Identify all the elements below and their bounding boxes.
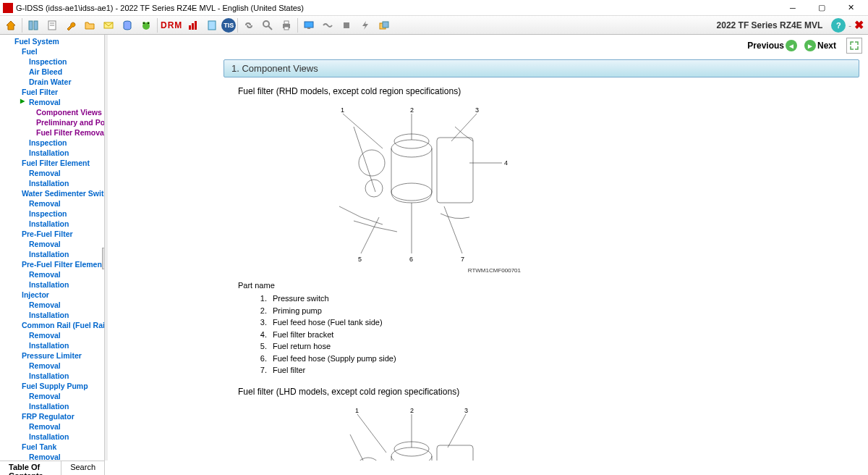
- tree-item[interactable]: Fuel Filter: [0, 87, 104, 97]
- svg-rect-20: [284, 27, 289, 30]
- tree-item[interactable]: Installation: [0, 178, 104, 188]
- svg-point-31: [365, 180, 383, 197]
- tree-item[interactable]: Fuel System: [0, 36, 104, 46]
- flash-icon[interactable]: [357, 17, 374, 33]
- svg-rect-14: [195, 21, 197, 30]
- tree-item[interactable]: Removal: [0, 168, 104, 178]
- tree-item[interactable]: Air Bleed: [0, 67, 104, 77]
- arrow-right-icon: ►: [804, 40, 816, 51]
- tree-item[interactable]: Water Sedimenter Switch: [0, 188, 104, 198]
- tree-item[interactable]: Installation: [0, 340, 104, 350]
- folder-icon[interactable]: [81, 17, 98, 33]
- chart-icon[interactable]: [184, 17, 202, 33]
- previous-label: Previous: [747, 41, 784, 51]
- connect-icon[interactable]: [319, 17, 336, 33]
- svg-line-17: [268, 26, 272, 30]
- tree-item[interactable]: Drain Water: [0, 77, 104, 87]
- tree-item[interactable]: Removal: [0, 198, 104, 209]
- note-icon[interactable]: [203, 17, 221, 33]
- tree-item[interactable]: Removal: [0, 239, 104, 249]
- tree-item[interactable]: Removal: [0, 391, 104, 401]
- frog-icon[interactable]: [137, 17, 155, 33]
- previous-button[interactable]: Previous ◄: [744, 38, 800, 54]
- part-item: Fuel filter bracket: [252, 329, 839, 341]
- svg-rect-19: [284, 21, 289, 24]
- svg-text:1: 1: [355, 407, 359, 414]
- tree-item[interactable]: Inspection: [0, 209, 104, 219]
- sidebar: Fuel SystemFuelInspectionAir BleedDrain …: [0, 35, 105, 461]
- svg-rect-13: [192, 23, 194, 30]
- tree-item[interactable]: Installation: [0, 310, 104, 320]
- splitter-handle[interactable]: [102, 248, 105, 269]
- tree-item[interactable]: Installation: [0, 279, 104, 290]
- tree-item[interactable]: Pre-Fuel Filter Element: [0, 259, 104, 269]
- help-icon[interactable]: ?: [831, 18, 846, 33]
- svg-line-36: [361, 217, 379, 253]
- maximize-button[interactable]: ▢: [807, 1, 836, 15]
- tree-item[interactable]: Installation: [0, 371, 104, 381]
- tree-item[interactable]: Inspection: [0, 138, 104, 148]
- svg-point-16: [263, 21, 269, 27]
- svg-text:1: 1: [341, 106, 344, 114]
- window-controls: ─ ▢ ✕: [778, 1, 865, 15]
- tree-item[interactable]: Installation: [0, 249, 104, 259]
- tis-icon[interactable]: TIS: [221, 18, 236, 33]
- svg-rect-29: [437, 138, 473, 203]
- tree-item[interactable]: Installation: [0, 432, 104, 442]
- tree-item[interactable]: Installation: [0, 401, 104, 411]
- nav-back-icon[interactable]: [25, 17, 42, 33]
- link-icon[interactable]: [240, 17, 258, 33]
- tree-item[interactable]: Injector: [0, 290, 104, 300]
- tree-item[interactable]: Removal: [0, 452, 104, 461]
- svg-text:5: 5: [358, 256, 362, 263]
- close-button[interactable]: ✕: [836, 1, 865, 15]
- section-header: 1. Component Views: [224, 59, 859, 77]
- tree-item[interactable]: Removal: [0, 330, 104, 340]
- tree-item[interactable]: Inspection: [0, 56, 104, 67]
- tree-item[interactable]: Fuel Tank: [0, 442, 104, 452]
- tree-item[interactable]: Fuel Supply Pump: [0, 381, 104, 391]
- tree-item[interactable]: Installation: [0, 219, 104, 229]
- tree-item[interactable]: Removal: [0, 421, 104, 432]
- svg-line-51: [357, 414, 386, 453]
- search-icon[interactable]: [259, 17, 276, 33]
- part-item: Fuel return hose: [252, 340, 839, 353]
- doc-icon[interactable]: [43, 17, 61, 33]
- tree-item[interactable]: Removal: [0, 300, 104, 310]
- tree-item[interactable]: Removal: [0, 361, 104, 371]
- tree-item[interactable]: Fuel Filter Removal: [0, 127, 104, 138]
- part-item: Priming pump: [252, 305, 839, 317]
- svg-point-28: [391, 183, 432, 201]
- next-button[interactable]: ► Next: [801, 38, 839, 54]
- next-label: Next: [817, 41, 836, 51]
- plug-icon[interactable]: [338, 17, 355, 33]
- db-icon[interactable]: [119, 17, 136, 33]
- tree-item[interactable]: Common Rail (Fuel Rail): [0, 320, 104, 330]
- diagram-id: RTWM1CMF000701: [238, 267, 521, 274]
- tree-item[interactable]: Preliminary and Post: [0, 117, 104, 127]
- tree-item[interactable]: Removal: [0, 97, 104, 107]
- home-icon[interactable]: [2, 17, 20, 33]
- tree-item[interactable]: Installation: [0, 148, 104, 158]
- svg-text:4: 4: [504, 159, 508, 167]
- monitor-icon[interactable]: [300, 17, 318, 33]
- minimize-button[interactable]: ─: [778, 1, 807, 15]
- close-doc-icon[interactable]: ✖: [854, 18, 864, 32]
- print-icon[interactable]: [278, 17, 295, 33]
- tree-item[interactable]: Fuel: [0, 46, 104, 56]
- wrench-icon[interactable]: [62, 17, 80, 33]
- drm-label[interactable]: DRM: [161, 20, 182, 30]
- tree-item[interactable]: FRP Regulator: [0, 411, 104, 421]
- tree-item[interactable]: Removal: [0, 269, 104, 279]
- tree-item[interactable]: Pressure Limiter: [0, 350, 104, 361]
- part-item: Pressure switch: [252, 293, 839, 305]
- expand-icon[interactable]: [846, 38, 862, 54]
- svg-text:3: 3: [475, 106, 479, 114]
- svg-point-11: [148, 22, 149, 24]
- cards-icon[interactable]: [375, 17, 393, 33]
- mail-icon[interactable]: [100, 17, 117, 33]
- tree-item[interactable]: Pre-Fuel Filter: [0, 229, 104, 239]
- svg-text:6: 6: [409, 256, 413, 263]
- tree-item[interactable]: Fuel Filter Element: [0, 158, 104, 168]
- tree-item[interactable]: Component Views: [0, 107, 104, 117]
